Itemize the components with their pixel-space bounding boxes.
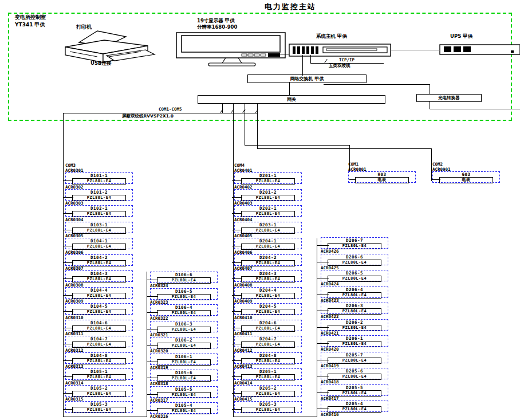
device-model-box: PZL80L-E4 <box>72 342 126 348</box>
connector-stub <box>232 295 242 296</box>
connector-line <box>63 113 258 113</box>
device-model-box: PZL80L-E4 <box>157 408 211 414</box>
connector-stub <box>317 311 329 311</box>
device-id: G03 <box>440 172 493 177</box>
device-unit: D202-1PZL80L-E4 <box>234 205 302 217</box>
connector-stub <box>317 409 329 409</box>
connector-line <box>274 54 289 54</box>
device-unit: D104-2PZL80L-E4 <box>65 254 133 266</box>
device-unit: D104-4PZL80L-E4 <box>65 287 133 299</box>
device-id: D206-5 <box>328 271 381 276</box>
connector-stub <box>63 230 73 230</box>
acr-device-label: ACR0416 <box>321 412 339 417</box>
device-id: D104-5 <box>73 304 125 309</box>
device-model-box: PZL80L-E4 <box>72 178 126 185</box>
connector-stub <box>147 362 158 362</box>
com-port-label: COM2 <box>432 162 443 167</box>
device-unit: D105-1PZL80L-E4 <box>65 368 133 380</box>
connector-stub <box>232 344 242 344</box>
connector-stub <box>232 376 242 377</box>
device-unit: D104-5PZL80L-E4 <box>65 303 133 315</box>
device-id: D206-7 <box>328 238 381 243</box>
device-unit: D105-2PZL80L-E4 <box>65 385 133 397</box>
device-id: D206-3 <box>328 304 381 308</box>
connector-stub <box>317 343 329 344</box>
device-model-box: PZL80L-E4 <box>157 392 211 398</box>
device-model-box: PZL80L-E4 <box>72 244 126 250</box>
device-model-box: PZL80L-E4 <box>241 195 295 201</box>
connector-stub <box>63 197 73 198</box>
device-model-box: PZL80L-E4 <box>72 391 126 397</box>
device-model-box: PZL80L-E4 <box>241 260 295 266</box>
connector-stub <box>317 295 329 295</box>
device-model-box: PZL80L-E4 <box>328 308 381 315</box>
connector-stub <box>147 296 158 297</box>
device-id: D104-8 <box>73 354 125 358</box>
device-model-box: 电表 <box>439 177 493 183</box>
acr-device-label: ACR0316 <box>150 414 168 419</box>
device-unit: G03电表 <box>432 171 500 183</box>
device-unit: D201-2PZL80L-E4 <box>234 189 302 201</box>
device-model-box: PZL80L-E4 <box>241 178 295 185</box>
room-spec-label: YT341 甲供 <box>15 21 45 29</box>
connector-line <box>430 109 520 109</box>
device-id: D104-7 <box>73 337 125 342</box>
connector-stub <box>232 278 242 279</box>
connector-stub <box>232 180 242 181</box>
device-id: D205-6 <box>328 369 381 374</box>
device-id: D105-1 <box>73 370 125 374</box>
device-unit: D204-5PZL80L-E4 <box>234 303 302 315</box>
connector-stub <box>232 360 242 361</box>
connector-stub <box>63 393 73 394</box>
device-model-box: PZL80L-E4 <box>72 276 126 282</box>
connector-stub <box>147 329 158 329</box>
connector-stub <box>63 278 73 279</box>
connector-stub <box>63 360 73 361</box>
connector-line <box>310 63 384 64</box>
connector-line <box>63 417 147 417</box>
com-port-label: COM3 <box>65 163 76 168</box>
device-model-box: PZL80L-E4 <box>241 244 295 250</box>
device-unit: D102-1PZL80L-E4 <box>65 205 133 217</box>
connector-line <box>222 103 223 113</box>
device-id: D206-6 <box>328 255 381 260</box>
connector-line <box>233 417 317 417</box>
device-unit: D204-2PZL80L-E4 <box>234 254 302 266</box>
device-model-box: PZL80L-E4 <box>72 309 126 315</box>
device-unit: D103-1PZL80L-E4 <box>65 222 133 233</box>
device-id: D105-4 <box>157 403 210 408</box>
device-model-box: PZL80L-E4 <box>72 260 126 266</box>
device-model-box: PZL80L-E4 <box>72 211 126 217</box>
device-id: D206-4 <box>328 288 381 292</box>
device-model-box: PZL80L-E4 <box>328 406 381 413</box>
device-id: D204-6 <box>242 321 294 325</box>
device-unit: D205-6PZL80L-E4 <box>321 368 388 379</box>
device-unit: D205-5PZL80L-E4 <box>321 384 388 396</box>
connector-stub <box>63 213 73 214</box>
connector-stub <box>147 345 158 346</box>
device-model-box: PZL80L-E4 <box>241 325 295 332</box>
device-id: D101-2 <box>73 190 125 195</box>
device-model-box: PZL80L-E4 <box>241 342 295 348</box>
connector-line <box>324 84 430 85</box>
device-unit: D204-1PZL80L-E4 <box>234 238 302 249</box>
device-id: D205-5 <box>328 386 381 390</box>
opto-converter-box: 光电转换器 <box>416 94 482 102</box>
device-unit: D206-2PZL80L-E4 <box>321 319 388 331</box>
connector-stub <box>317 327 329 328</box>
device-unit: D101-1PZL80L-E4 <box>65 172 133 184</box>
device-id: D106-1 <box>157 355 210 359</box>
device-model-box: PZL80L-E4 <box>328 276 381 282</box>
connector-stub <box>147 378 158 378</box>
connector-line <box>245 145 350 146</box>
device-unit: D105-5PZL80L-E4 <box>150 386 218 398</box>
device-unit: D205-3PZL80L-E4 <box>234 401 302 413</box>
device-id: D204-5 <box>242 304 294 309</box>
device-unit: D204-6PZL80L-E4 <box>234 320 302 331</box>
device-id: D106-5 <box>157 289 210 294</box>
device-id: D204-4 <box>242 288 294 293</box>
device-id: D205-7 <box>328 353 381 358</box>
device-model-box: PZL80L-E4 <box>241 374 295 380</box>
connector-stub <box>349 179 356 180</box>
device-model-box: PZL80L-E4 <box>157 343 211 349</box>
